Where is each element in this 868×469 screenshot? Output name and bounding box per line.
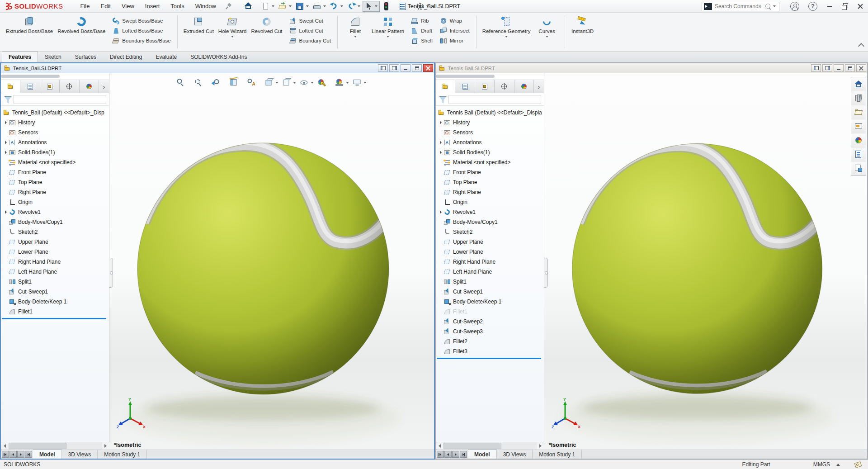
feature-manager-tab[interactable] [80, 80, 99, 93]
revolved-boss-button[interactable]: Revolved Boss/Base [55, 14, 108, 50]
task-pane-tab[interactable] [851, 161, 866, 175]
view-toolbar-button[interactable] [316, 77, 333, 88]
menu-item[interactable]: File [75, 1, 95, 11]
tree-root-item[interactable]: Tennis Ball (Default) <<Default>_Displa [436, 108, 544, 118]
feature-manager-tab[interactable] [514, 80, 534, 93]
close-button[interactable] [853, 0, 868, 12]
view-toolbar-button[interactable] [246, 77, 263, 88]
expand-arrow-icon[interactable] [438, 210, 443, 214]
scroll-left-icon[interactable] [436, 442, 443, 450]
feature-manager-tab[interactable] [60, 80, 79, 93]
scroll-right-icon[interactable] [102, 442, 109, 450]
window-close-button[interactable] [856, 64, 866, 72]
revolved-cut-button[interactable]: Revolved Cut [249, 14, 285, 50]
next-tab-icon[interactable] [452, 451, 459, 458]
expand-arrow-icon[interactable] [438, 151, 443, 154]
dropdown-arrow-icon[interactable] [387, 36, 389, 38]
tree-item[interactable]: Sketch2 [1, 227, 109, 237]
tree-item[interactable]: Body-Delete/Keep 1 [1, 297, 109, 307]
window-restore-button[interactable] [412, 64, 422, 72]
menu-item[interactable]: Window [190, 1, 222, 11]
dropdown-arrow-icon[interactable] [231, 36, 234, 38]
tree-item[interactable]: Cut-Sweep1 [1, 287, 109, 297]
swept-boss-button[interactable]: Swept Boss/Base [109, 16, 173, 26]
quick-toolbar-button[interactable] [294, 1, 311, 12]
filter-funnel-icon[interactable] [4, 95, 12, 104]
next-tab-icon[interactable] [17, 451, 24, 458]
tree-item[interactable]: Lower Plane [1, 247, 109, 257]
panel-grip[interactable] [436, 73, 544, 80]
tree-root-item[interactable]: Tennis_Ball (Default) <<Default>_Disp [1, 108, 109, 118]
search-dropdown-icon[interactable] [773, 5, 776, 7]
panel-grip[interactable] [1, 73, 109, 80]
dropdown-arrow-icon[interactable] [505, 36, 508, 38]
previous-tab-icon[interactable] [9, 451, 17, 458]
quick-toolbar-button[interactable] [397, 1, 414, 12]
dropdown-arrow-icon[interactable] [426, 5, 429, 7]
tree-item[interactable]: Fillet1 [1, 307, 109, 317]
ribbon-collapse-icon[interactable] [858, 43, 864, 47]
window-minimize-button[interactable] [834, 64, 844, 72]
tree-item[interactable]: Right Plane [1, 187, 109, 197]
tree-item[interactable]: History [1, 118, 109, 128]
tree-item[interactable]: Split1 [1, 277, 109, 287]
tree-item[interactable]: Left Hand Plane [1, 267, 109, 277]
quick-toolbar-button[interactable] [259, 1, 277, 12]
rib-button[interactable]: Rib [408, 16, 435, 26]
instant3d-button[interactable]: Instant3D [569, 14, 597, 50]
document-tab[interactable]: 3D Views [62, 450, 98, 459]
hole-wizard-button[interactable]: Hole Wizard [216, 14, 249, 50]
intersect-button[interactable]: Intersect [437, 26, 472, 36]
quick-toolbar-button[interactable] [363, 1, 380, 12]
last-tab-icon[interactable] [460, 451, 467, 458]
dropdown-arrow-icon[interactable] [340, 5, 343, 7]
expand-arrow-icon[interactable] [3, 141, 9, 144]
shell-button[interactable]: Shell [408, 36, 435, 46]
ribbon-tab[interactable]: Evaluate [149, 52, 184, 62]
window-minimize-button[interactable] [401, 64, 410, 72]
ribbon-tab[interactable]: Direct Editing [103, 52, 149, 62]
horizontal-scrollbar[interactable] [1, 442, 109, 450]
dropdown-arrow-icon[interactable] [272, 5, 274, 7]
horizontal-scrollbar[interactable] [436, 442, 544, 450]
unit-system-label[interactable]: MMGS [813, 461, 830, 468]
view-toolbar-button[interactable] [175, 77, 192, 88]
view-toolbar-button[interactable] [334, 77, 351, 88]
swept-cut-button[interactable]: Swept Cut [287, 16, 334, 26]
view-toolbar-button[interactable] [281, 77, 298, 88]
tree-item[interactable]: Front Plane [436, 167, 544, 177]
restore-button[interactable] [837, 0, 853, 12]
scroll-left-icon[interactable] [1, 442, 9, 450]
fillet-button[interactable]: Fillet [341, 14, 369, 50]
tree-item[interactable]: Body-Move/Copy1 [436, 217, 544, 227]
quick-toolbar-button[interactable] [277, 1, 294, 12]
view-toolbar-button[interactable] [352, 77, 368, 88]
more-tabs-chevron-icon[interactable]: › [534, 80, 544, 93]
tree-item[interactable]: Fillet3 [436, 346, 544, 356]
panel-splitter-handle[interactable] [544, 258, 548, 288]
tree-item[interactable]: Body-Move/Copy1 [1, 217, 109, 227]
view-toolbar-button[interactable] [228, 77, 245, 88]
tree-item[interactable]: History [436, 118, 544, 128]
tree-item[interactable]: Lower Plane [436, 247, 544, 257]
filter-input[interactable] [14, 95, 106, 104]
document-tab[interactable]: Model [468, 450, 497, 459]
graphics-viewport[interactable]: Y X Z *Isometric [109, 73, 434, 450]
tree-item[interactable]: Upper Plane [436, 237, 544, 247]
previous-tab-icon[interactable] [444, 451, 452, 458]
task-pane-tab[interactable] [851, 133, 866, 147]
dropdown-arrow-icon[interactable] [546, 36, 548, 38]
mirror-button[interactable]: Mirror [437, 36, 472, 46]
tile-right-button[interactable] [822, 64, 832, 72]
view-toolbar-button[interactable] [299, 77, 316, 88]
tree-item[interactable]: Material <not specified> [436, 157, 544, 167]
help-icon[interactable] [808, 2, 817, 11]
quick-toolbar-button[interactable] [311, 1, 328, 12]
tree-item[interactable]: Body-Delete/Keep 1 [436, 297, 544, 307]
tree-item[interactable]: Solid Bodies(1) [436, 147, 544, 157]
tree-item[interactable]: Right Hand Plane [1, 257, 109, 267]
quick-toolbar-button[interactable] [380, 1, 397, 12]
dropdown-arrow-icon[interactable] [293, 82, 296, 84]
expand-arrow-icon[interactable] [3, 210, 9, 214]
scrollbar-thumb[interactable] [443, 443, 501, 449]
